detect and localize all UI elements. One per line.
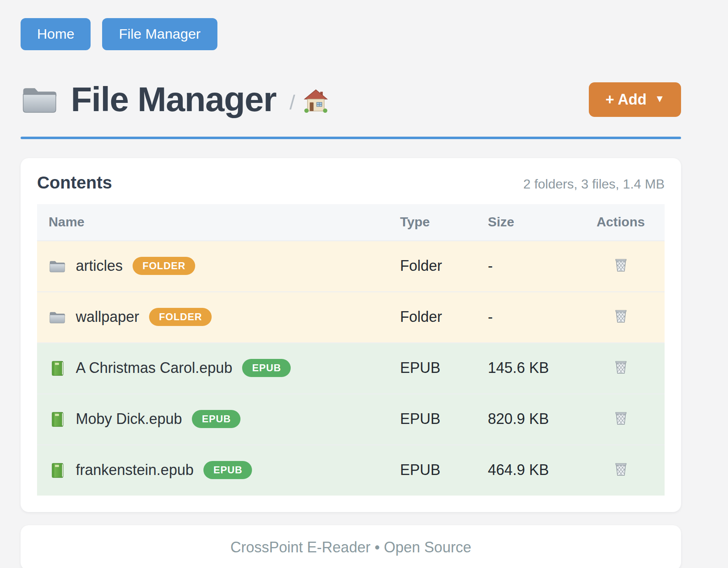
item-type: Folder: [388, 291, 476, 342]
footer: CrossPoint E-Reader • Open Source: [21, 525, 681, 568]
book-icon: [49, 461, 66, 479]
top-nav: Home File Manager: [21, 18, 681, 50]
delete-button[interactable]: [612, 357, 629, 375]
house-icon: [303, 88, 327, 116]
item-name-link[interactable]: Moby Dick.epub: [76, 410, 182, 428]
item-size: -: [476, 291, 577, 342]
item-name-link[interactable]: A Christmas Carol.epub: [76, 359, 232, 377]
table-row: Moby Dick.epub EPUB EPUB 820.9 KB: [37, 393, 665, 445]
header-divider: [21, 137, 681, 139]
trash-icon: [612, 467, 629, 480]
caret-down-icon: ▼: [655, 94, 665, 104]
delete-button[interactable]: [612, 255, 629, 273]
item-type-badge: FOLDER: [133, 257, 196, 275]
item-name-link[interactable]: frankenstein.epub: [76, 461, 194, 479]
page-title: File Manager: [71, 80, 276, 119]
delete-button[interactable]: [612, 306, 629, 324]
item-name-link[interactable]: articles: [76, 257, 123, 275]
item-type: EPUB: [388, 342, 476, 393]
item-type: Folder: [388, 240, 476, 291]
item-type-badge: FOLDER: [149, 308, 212, 326]
trash-icon: [612, 314, 629, 326]
table-row: A Christmas Carol.epub EPUB EPUB 145.6 K…: [37, 342, 665, 393]
delete-button[interactable]: [612, 408, 629, 426]
item-size: -: [476, 240, 577, 291]
item-size: 820.9 KB: [476, 393, 577, 445]
item-type-badge: EPUB: [242, 359, 291, 377]
trash-icon: [612, 263, 629, 275]
delete-button[interactable]: [612, 459, 629, 477]
nav-file-manager-button[interactable]: File Manager: [103, 18, 217, 50]
trash-icon: [612, 365, 629, 377]
column-header-name: Name: [37, 204, 388, 240]
folder-icon: [21, 84, 58, 115]
table-body: articles FOLDER Folder -: [37, 240, 665, 495]
item-type-badge: EPUB: [192, 410, 241, 428]
page-header: File Manager /: [21, 80, 681, 119]
breadcrumb-home-link[interactable]: [303, 88, 327, 116]
table-row: wallpaper FOLDER Folder -: [37, 291, 665, 342]
contents-summary: 2 folders, 3 files, 1.4 MB: [523, 177, 665, 191]
file-manager-page: Home File Manager File Manager /: [0, 0, 728, 568]
item-type: EPUB: [388, 445, 476, 495]
file-table: Name Type Size Actions articles FOLDER F…: [37, 204, 665, 495]
add-button-label: + Add: [606, 92, 647, 107]
add-button[interactable]: + Add ▼: [589, 82, 681, 117]
column-header-actions: Actions: [577, 204, 665, 240]
nav-home-button[interactable]: Home: [21, 18, 91, 50]
contents-card: Contents 2 folders, 3 files, 1.4 MB Name…: [21, 158, 681, 512]
book-icon: [49, 359, 66, 377]
folder-icon: [49, 308, 66, 326]
table-row: frankenstein.epub EPUB EPUB 464.9 KB: [37, 445, 665, 495]
item-size: 145.6 KB: [476, 342, 577, 393]
folder-icon: [49, 257, 66, 275]
item-type-badge: EPUB: [203, 461, 252, 479]
table-header-row: Name Type Size Actions: [37, 204, 665, 240]
column-header-size: Size: [476, 204, 577, 240]
title-wrap: File Manager /: [21, 80, 327, 119]
breadcrumb-separator: /: [289, 90, 295, 114]
item-name-link[interactable]: wallpaper: [76, 308, 139, 326]
book-icon: [49, 410, 66, 428]
table-row: articles FOLDER Folder -: [37, 240, 665, 291]
item-type: EPUB: [388, 393, 476, 445]
item-size: 464.9 KB: [476, 445, 577, 495]
trash-icon: [612, 416, 629, 428]
contents-heading: Contents: [37, 172, 112, 192]
column-header-type: Type: [388, 204, 476, 240]
footer-text: CrossPoint E-Reader • Open Source: [231, 539, 471, 555]
